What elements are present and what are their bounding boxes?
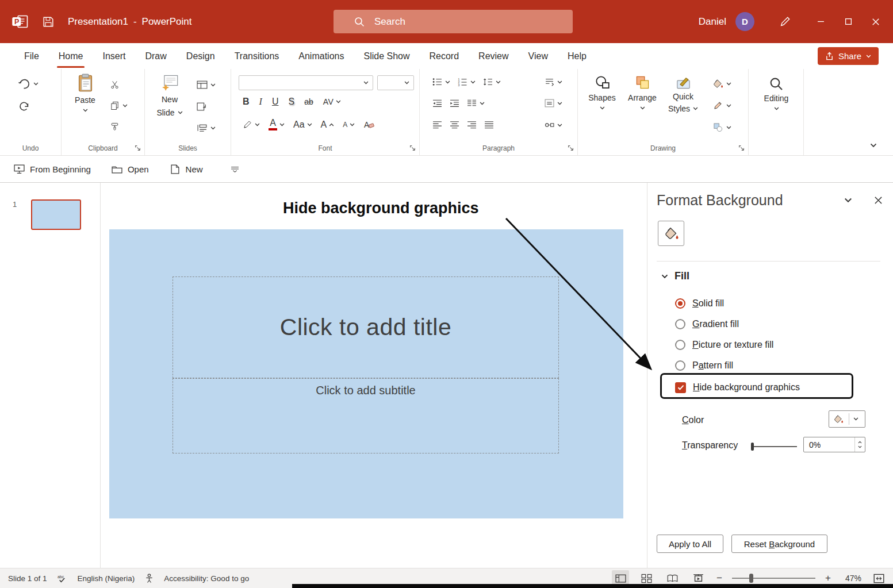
color-picker-button[interactable] [829, 410, 865, 428]
new-slide-button[interactable]: New Slide [148, 74, 191, 118]
gradient-fill-radio[interactable] [675, 319, 685, 329]
reset-slide-button[interactable] [197, 102, 208, 112]
slide-layout-button[interactable] [197, 80, 216, 90]
zoom-slider[interactable] [732, 578, 815, 579]
paste-button[interactable]: Paste [67, 74, 103, 112]
columns-button[interactable] [467, 99, 485, 107]
pattern-fill-option[interactable]: Pattern fill [675, 359, 733, 372]
reset-background-button[interactable]: Reset Background [731, 535, 827, 553]
search-bar[interactable]: Search [334, 10, 573, 33]
redo-button[interactable] [18, 101, 30, 112]
align-text-button[interactable] [545, 99, 562, 107]
zoom-level[interactable]: 47% [841, 574, 861, 583]
font-size-select[interactable] [377, 75, 414, 90]
solid-fill-radio[interactable] [675, 298, 685, 309]
tab-insert[interactable]: Insert [93, 43, 135, 69]
fill-tab-icon[interactable] [658, 221, 684, 246]
minimize-button[interactable] [807, 0, 834, 43]
zoom-out-button[interactable]: − [715, 572, 723, 584]
increase-font-size-button[interactable]: A [321, 120, 335, 129]
accessibility-icon[interactable] [145, 574, 154, 583]
bullets-button[interactable] [432, 78, 450, 86]
solid-fill-option[interactable]: Solid fill [675, 297, 724, 310]
shape-fill-button[interactable] [712, 79, 731, 89]
checkbox-checked[interactable] [675, 382, 686, 393]
increase-indent-button[interactable] [450, 99, 459, 107]
undo-button[interactable] [17, 78, 39, 90]
align-right-button[interactable] [467, 121, 477, 129]
quick-styles-button[interactable]: Quick Styles [664, 75, 702, 114]
shape-effects-button[interactable] [712, 122, 731, 132]
fill-section-header[interactable]: Fill [661, 270, 689, 282]
pattern-fill-radio[interactable] [675, 360, 685, 371]
powerpoint-logo-icon[interactable] [12, 14, 29, 29]
panel-collapse-icon[interactable] [844, 198, 852, 203]
share-button[interactable]: Share [818, 47, 879, 65]
change-case-button[interactable]: Aa [293, 120, 312, 129]
subtitle-placeholder[interactable]: Click to add subtitle [173, 378, 559, 454]
decrease-indent-button[interactable] [432, 99, 442, 107]
editing-button[interactable]: Editing [757, 77, 795, 110]
decrease-font-size-button[interactable]: A [343, 121, 355, 128]
user-name[interactable]: Daniel [699, 16, 726, 28]
numbering-button[interactable] [458, 78, 476, 86]
customize-toolbar-icon[interactable] [231, 166, 239, 173]
paragraph-dialog-launcher[interactable] [568, 145, 574, 151]
bold-button[interactable]: B [243, 97, 250, 106]
open-button[interactable]: Open [112, 164, 149, 174]
collapse-ribbon-icon[interactable] [870, 143, 877, 148]
hide-background-checkbox[interactable]: Hide background graphics [675, 381, 800, 394]
panel-close-icon[interactable] [874, 196, 883, 205]
avatar[interactable]: D [735, 12, 754, 31]
shape-outline-button[interactable] [712, 101, 731, 110]
transparency-slider[interactable] [752, 446, 797, 447]
tab-animations[interactable]: Animations [289, 43, 354, 69]
tab-transitions[interactable]: Transitions [225, 43, 289, 69]
arrange-button[interactable]: Arrange [624, 75, 661, 110]
title-placeholder[interactable]: Click to add title [173, 276, 559, 378]
tab-review[interactable]: Review [469, 43, 518, 69]
italic-button[interactable]: I [259, 97, 262, 106]
zoom-slider-handle[interactable] [749, 574, 753, 583]
tab-record[interactable]: Record [420, 43, 469, 69]
accessibility-status[interactable]: Accessibility: Good to go [164, 574, 249, 583]
line-spacing-button[interactable] [483, 78, 501, 86]
font-dialog-launcher[interactable] [409, 145, 416, 151]
shapes-button[interactable]: Shapes [584, 75, 620, 110]
zoom-in-button[interactable]: + [824, 572, 832, 584]
character-spacing-button[interactable]: AV [323, 98, 342, 106]
strikethrough-button[interactable]: ab [304, 98, 313, 106]
transparency-slider-handle[interactable] [751, 443, 754, 451]
picture-fill-radio[interactable] [675, 340, 685, 350]
text-direction-button[interactable] [545, 78, 562, 86]
language-indicator[interactable]: English (Nigeria) [78, 574, 135, 583]
slide-canvas[interactable]: Click to add title Click to add subtitle [109, 229, 623, 518]
tab-view[interactable]: View [519, 43, 558, 69]
font-color-button[interactable]: A [269, 118, 285, 130]
from-beginning-button[interactable]: From Beginning [14, 164, 91, 174]
section-button[interactable] [197, 123, 216, 133]
align-left-button[interactable] [432, 121, 442, 129]
text-highlight-button[interactable] [243, 120, 260, 129]
font-name-select[interactable] [239, 75, 373, 90]
tab-home[interactable]: Home [49, 43, 93, 69]
tab-draw[interactable]: Draw [135, 43, 176, 69]
apply-to-all-button[interactable]: Apply to All [657, 535, 723, 553]
picture-fill-option[interactable]: Picture or texture fill [675, 338, 773, 352]
cut-button[interactable] [110, 80, 120, 89]
slide-indicator[interactable]: Slide 1 of 1 [8, 574, 47, 583]
tab-slide-show[interactable]: Slide Show [354, 43, 419, 69]
convert-smartart-button[interactable] [545, 121, 562, 129]
ink-pen-icon[interactable] [780, 16, 791, 27]
color-dropdown-icon[interactable] [853, 417, 858, 421]
save-icon[interactable] [43, 16, 54, 28]
format-painter-button[interactable] [110, 122, 120, 131]
transparency-input[interactable]: 0% [803, 437, 865, 452]
slide-thumbnail[interactable] [31, 199, 81, 230]
spinner-up-icon[interactable] [858, 441, 862, 444]
copy-button[interactable] [110, 101, 128, 110]
tab-design[interactable]: Design [177, 43, 225, 69]
maximize-button[interactable] [834, 0, 862, 43]
spell-check-icon[interactable] [58, 574, 67, 583]
clipboard-dialog-launcher[interactable] [135, 145, 141, 151]
